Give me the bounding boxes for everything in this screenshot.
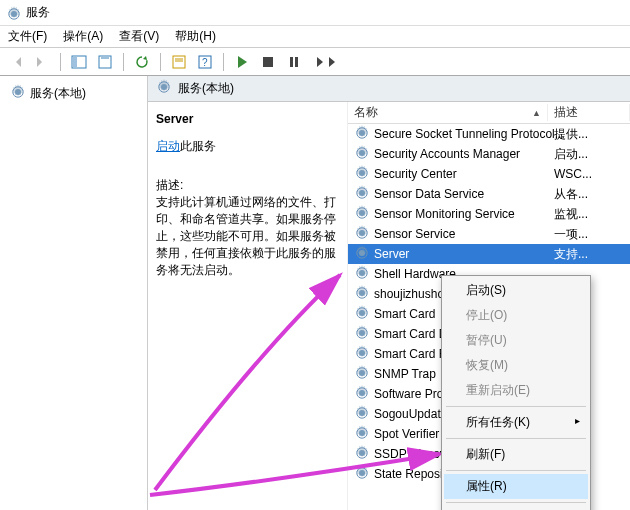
stop-service-button[interactable] — [256, 51, 280, 73]
ctx-refresh[interactable]: 刷新(F) — [444, 442, 588, 467]
column-name[interactable]: 名称 ▲ — [348, 104, 548, 121]
detail-start-suffix: 此服务 — [180, 139, 216, 153]
start-service-button[interactable] — [230, 51, 254, 73]
nav-back-button[interactable] — [4, 51, 28, 73]
toolbar-separator — [60, 53, 61, 71]
gear-icon — [354, 425, 370, 444]
service-name-cell: Security Accounts Manager — [348, 145, 548, 164]
service-name: Sensor Service — [374, 227, 455, 241]
ctx-separator — [446, 406, 586, 407]
gear-icon — [354, 125, 370, 144]
service-name: Security Center — [374, 167, 457, 181]
ctx-pause[interactable]: 暂停(U) — [444, 328, 588, 353]
toolbar-separator — [223, 53, 224, 71]
service-name-cell: Server — [348, 245, 548, 264]
context-menu: 启动(S) 停止(O) 暂停(U) 恢复(M) 重新启动(E) 所有任务(K) … — [441, 275, 591, 510]
ctx-separator — [446, 502, 586, 503]
service-name: Sensor Data Service — [374, 187, 484, 201]
ctx-separator — [446, 470, 586, 471]
service-name-cell: Sensor Monitoring Service — [348, 205, 548, 224]
detail-title: Server — [156, 112, 339, 126]
start-service-link[interactable]: 启动 — [156, 139, 180, 153]
pause-service-button[interactable] — [282, 51, 306, 73]
gear-icon — [354, 325, 370, 344]
ctx-properties[interactable]: 属性(R) — [444, 474, 588, 499]
service-desc-cell: WSC... — [548, 167, 630, 181]
gear-icon — [354, 165, 370, 184]
service-desc-cell: 提供... — [548, 126, 630, 143]
gear-icon — [354, 365, 370, 384]
menu-bar: 文件(F) 操作(A) 查看(V) 帮助(H) — [0, 26, 630, 48]
service-desc-cell: 启动... — [548, 146, 630, 163]
service-row[interactable]: Security Accounts Manager启动... — [348, 144, 630, 164]
gear-icon — [354, 225, 370, 244]
gear-icon — [354, 245, 370, 264]
ctx-help[interactable]: 帮助(H) — [444, 506, 588, 510]
ctx-start[interactable]: 启动(S) — [444, 278, 588, 303]
service-name: SNMP Trap — [374, 367, 436, 381]
detail-desc-text: 支持此计算机通过网络的文件、打印、和命名管道共享。如果服务停止，这些功能不可用。… — [156, 194, 339, 279]
tree-root-label: 服务(本地) — [30, 85, 86, 102]
service-row[interactable]: Sensor Monitoring Service监视... — [348, 204, 630, 224]
menu-help[interactable]: 帮助(H) — [167, 26, 224, 47]
restart-service-button[interactable] — [308, 51, 332, 73]
properties-button[interactable] — [167, 51, 191, 73]
detail-pane: Server 启动此服务 描述: 支持此计算机通过网络的文件、打印、和命名管道共… — [148, 102, 348, 510]
service-name: Sensor Monitoring Service — [374, 207, 515, 221]
service-name: Smart Card D — [374, 327, 447, 341]
service-row[interactable]: Security CenterWSC... — [348, 164, 630, 184]
ctx-all-tasks[interactable]: 所有任务(K) ▸ — [444, 410, 588, 435]
service-row[interactable]: Server支持... — [348, 244, 630, 264]
show-hide-tree-button[interactable] — [67, 51, 91, 73]
service-row[interactable]: Sensor Data Service从各... — [348, 184, 630, 204]
service-name-cell: Sensor Data Service — [348, 185, 548, 204]
services-icon — [6, 6, 20, 20]
ctx-resume[interactable]: 恢复(M) — [444, 353, 588, 378]
service-name: Smart Card — [374, 307, 435, 321]
tree-pane: 服务(本地) — [0, 76, 148, 510]
window-title: 服务 — [26, 4, 50, 21]
service-name: Smart Card R — [374, 347, 447, 361]
help-button[interactable]: ? — [193, 51, 217, 73]
column-headers: 名称 ▲ 描述 — [348, 102, 630, 124]
gear-icon — [10, 84, 26, 103]
gear-icon — [354, 185, 370, 204]
service-name: shoujizhushou — [374, 287, 451, 301]
column-desc[interactable]: 描述 — [548, 104, 630, 121]
detail-desc-label: 描述: — [156, 177, 339, 194]
toolbar: ? — [0, 48, 630, 76]
service-name-cell: Sensor Service — [348, 225, 548, 244]
menu-view[interactable]: 查看(V) — [111, 26, 167, 47]
svg-rect-5 — [173, 56, 185, 68]
service-name: Software Prot — [374, 387, 447, 401]
service-name: Security Accounts Manager — [374, 147, 520, 161]
chevron-up-icon: ▲ — [532, 108, 541, 118]
tree-root-services-local[interactable]: 服务(本地) — [0, 82, 147, 105]
column-desc-label: 描述 — [554, 104, 578, 121]
service-name-cell: Secure Socket Tunneling Protocol... — [348, 125, 548, 144]
menu-action[interactable]: 操作(A) — [55, 26, 111, 47]
service-row[interactable]: Sensor Service一项... — [348, 224, 630, 244]
menu-file[interactable]: 文件(F) — [0, 26, 55, 47]
service-desc-cell: 支持... — [548, 246, 630, 263]
gear-icon — [354, 265, 370, 284]
gear-icon — [354, 285, 370, 304]
gear-icon — [354, 445, 370, 464]
service-desc-cell: 监视... — [548, 206, 630, 223]
toolbar-separator — [160, 53, 161, 71]
refresh-button[interactable] — [130, 51, 154, 73]
gear-icon — [354, 405, 370, 424]
export-button[interactable] — [93, 51, 117, 73]
ctx-restart[interactable]: 重新启动(E) — [444, 378, 588, 403]
gear-icon — [354, 345, 370, 364]
ctx-stop[interactable]: 停止(O) — [444, 303, 588, 328]
service-row[interactable]: Secure Socket Tunneling Protocol...提供... — [348, 124, 630, 144]
gear-icon — [354, 465, 370, 484]
content-header-title: 服务(本地) — [178, 80, 234, 97]
nav-forward-button[interactable] — [30, 51, 54, 73]
gear-icon — [354, 385, 370, 404]
service-name-cell: Security Center — [348, 165, 548, 184]
content-header: 服务(本地) — [148, 76, 630, 102]
svg-rect-2 — [73, 57, 77, 67]
service-name: Spot Verifier — [374, 427, 439, 441]
